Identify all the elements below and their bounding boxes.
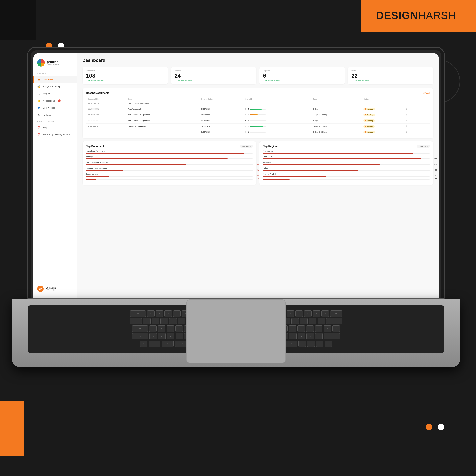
key-a: A [149,325,157,332]
stats-row: Completed 108 4.5 % from last month Pend… [83,67,433,84]
cell-doc-no: 22134403552 [86,101,126,106]
download-icon[interactable]: ⬇ [405,113,407,116]
more-icon[interactable]: ⋮ [409,131,411,134]
sidebar-item-help[interactable]: ❓ Help [33,124,77,131]
cell-actions: ⬇ ⋮ [404,129,430,135]
cell-actions: ⬇ ⋮ [404,112,430,118]
top-docs-filter[interactable]: This Week [240,145,253,148]
sidebar-section-help: Help & Support [33,119,77,124]
stat-card-drafts: Drafts 22 4.5 % from last month [348,67,433,84]
laptop-screen-bezel: protean Change is growth General ⊞ Dashb… [28,48,444,302]
cell-status: Pending [362,106,403,112]
top-doc-label: Job Agreement [86,173,253,175]
trackpad[interactable] [187,300,286,363]
cell-status: Pending [362,124,403,129]
sidebar-item-notifications[interactable]: 🔔 Notifications 1 [33,97,77,104]
row-actions: ⬇ ⋮ [405,125,428,128]
key-arrow-r: → [325,340,332,347]
key-4: $ [173,310,181,317]
sidebar-item-faq[interactable]: ❓ Frequently Asked Questions [33,131,77,138]
top-regions-filter[interactable]: This Week [417,145,430,148]
cell-doc: Home Loan Agreement [126,124,199,129]
user-more-button[interactable]: ⋮ [70,287,73,291]
top-doc-bar-fill [86,153,244,154]
cell-doc [126,129,199,135]
more-icon[interactable]: ⋮ [409,108,411,110]
cell-date: 08/05/2023 [199,124,244,129]
col-status: Status [362,97,403,101]
more-icon[interactable]: ⋮ [409,125,411,128]
download-icon[interactable]: ⬇ [405,108,407,110]
key-s: S [158,325,165,332]
stat-card-rejected: Rejected 6 4.5 % from last month [259,67,345,84]
laptop-screen: protean Change is growth General ⊞ Dashb… [33,53,439,299]
cell-status: Pending [362,129,403,135]
cell-date: 01/05/2023 [199,129,244,135]
stat-label-completed: Completed [86,70,164,72]
top-doc-bar: 8 [86,179,253,180]
sidebar-item-useraccess[interactable]: 👤 User Access [33,104,77,111]
download-icon[interactable]: ⬇ [405,119,407,122]
top-region-label: Tamilnadu [263,161,430,163]
key-enter: ↵ [326,318,342,324]
key-th-f: ้ [289,325,296,332]
top-doc-bar: 121 [86,158,253,159]
top-doc-item: Non - Disclosure Agreement 86 [86,161,253,165]
top-regions-header: Top Regions This Week [263,145,430,148]
key-th-z8: ม [298,333,305,339]
sidebar-item-settings[interactable]: ⚙ Settings [33,111,77,119]
table-row: 22134403552 Personal Loan Agreement [86,101,430,106]
sidebar-item-insights[interactable]: ◎ Insights [33,90,77,97]
key-arrow-u: ↑ [307,340,315,347]
logo-tagline: Change is growth [47,64,59,66]
key-th-j: ว [324,325,331,332]
download-icon[interactable]: ⬇ [405,131,407,134]
page-title: Dashboard [83,58,433,63]
cell-doc-no: 22150003552 [86,106,126,112]
top-region-item: Delhi - NCR 166 [263,156,430,159]
top-regions-list: Maharashtra Delhi - NCR 166 Tamilnadu 12… [263,150,430,180]
cell-actions: ⬇ ⋮ [404,118,430,124]
cell-doc: Personal Loan Agreement [126,101,199,106]
bg-decoration-top-left [0,0,36,40]
row-actions: ⬇ ⋮ [405,108,428,110]
sidebar-label-dashboard: Dashboard [43,78,54,81]
view-all-button[interactable]: View All [423,92,430,94]
logo-name: protean [47,60,59,64]
top-doc-bar-fill [86,164,186,165]
key-2: @ [156,310,163,317]
useraccess-icon: 👤 [37,106,40,109]
more-icon[interactable]: ⋮ [409,113,411,116]
top-region-bar: 99 [263,170,430,171]
stat-label-drafts: Drafts [351,70,430,72]
sidebar-item-esign[interactable]: ✍ E-Sign & E-Stamp [33,83,77,90]
row-actions: ⬇ ⋮ [405,113,428,116]
top-doc-label: Non - Disclosure Agreement [86,161,253,163]
key-q: Q [143,318,151,324]
cell-signed: 3 / 4 [244,106,311,112]
key-arrow-d: ↓ [316,340,323,347]
cell-doc: Non - Disclosure Agreement [126,118,199,124]
top-region-bar [263,153,430,154]
top-doc-bar-fill [86,170,123,171]
key-w: W [152,318,159,324]
top-doc-bar: 20 [86,175,253,177]
recent-documents-card: Recent Documents View All Document No Do… [83,88,433,138]
key-r: R [169,318,177,324]
top-doc-bar: 31 [86,170,253,171]
download-icon[interactable]: ⬇ [405,125,407,128]
key-thai7: ี [309,318,316,324]
stat-value-completed: 108 [86,73,164,79]
key-18: " [295,310,303,317]
sidebar-item-dashboard[interactable]: ⊞ Dashboard [33,76,77,83]
laptop-base: fn/A % @ # $ % ^ & * ( ) _ + ~ | { } [12,300,460,367]
stat-label-pending: Pending [174,70,253,72]
key-f: F [175,325,183,332]
sidebar-user: LP Lal Parakh LalParakh@gmail.com ⋮ [33,283,77,295]
cell-actions [404,101,430,106]
key-th-i: ส [315,325,323,332]
top-region-item: Madhya Pradesh 65 [263,173,430,177]
key-thai5: ะ [291,318,299,324]
more-icon[interactable]: ⋮ [409,119,411,122]
top-region-item: Rajasthan 99 [263,167,430,171]
